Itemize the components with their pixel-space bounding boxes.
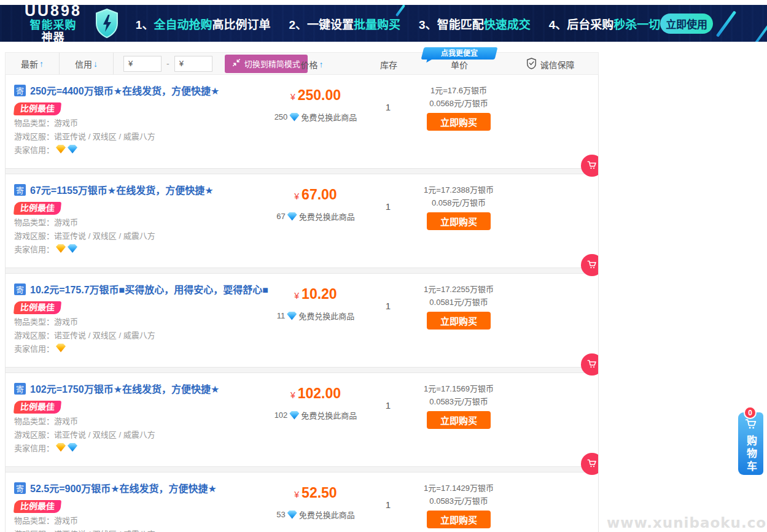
product-info: 寄 102元=1750万银币★在线发货，方便快捷★ 比例最佳 物品类型：游戏币 …	[14, 381, 219, 454]
add-to-cart-button[interactable]	[581, 254, 599, 276]
unit-price-column: 1元=17.1429万银币 0.0583元/万银币 立即购买	[417, 484, 500, 528]
floating-cart-widget[interactable]: 0 购物车	[738, 412, 763, 475]
credit-gem-blue-icon	[68, 145, 77, 153]
page: UU898 智能采购神器 1、全自动抢购高比例订单 2、一键设置批量购买 3、智…	[0, 0, 767, 532]
product-info: 寄 52.5元=900万银币★在线发货，方便快捷★ 比例最佳 物品类型：游戏币 …	[14, 480, 217, 532]
product-card: 寄 250元=4400万银币★在线发货，方便快捷★ 比例最佳 物品类型：游戏币 …	[6, 75, 598, 168]
rate-line-1: 1元=17.1569万银币	[417, 384, 500, 393]
game-server-row: 游戏区服：诺亚传说 / 双线区 / 威震八方	[14, 427, 219, 441]
blue-gem-icon	[287, 312, 297, 320]
buy-now-button[interactable]: 立即购买	[427, 113, 491, 131]
blue-gem-icon	[289, 411, 299, 420]
blue-gem-icon	[289, 113, 299, 121]
seller-credit-row: 卖家信用：	[14, 142, 219, 156]
rate-line-2: 0.0568元/万银币	[417, 99, 500, 108]
game-server-row: 游戏区服：诺亚传说 / 双线区 / 威震八方	[14, 328, 268, 341]
feature-2: 2、一键设置批量购买	[289, 15, 400, 32]
price: ¥102.00	[263, 385, 368, 402]
slash-decoration	[755, 21, 767, 42]
cart-count-badge: 0	[744, 406, 757, 419]
product-card: 寄 102元=1750万银币★在线发货，方便快捷★ 比例最佳 物品类型：游戏币 …	[6, 373, 598, 466]
game-server-row: 游戏区服：诺亚传说 / 双线区 / 威震八方	[14, 228, 214, 242]
redeem-info: 11免费兑换此商品	[263, 310, 368, 322]
row-separator	[6, 466, 598, 472]
column-header-stock: 库存	[364, 53, 413, 75]
unit-price-column: 1元=17.1569万银币 0.0583元/万银币 立即购买	[417, 384, 500, 429]
consign-tag: 寄	[14, 283, 26, 295]
currency-symbol: ¥	[294, 490, 299, 499]
feature-4: 4、后台采购秒杀一切	[549, 15, 661, 32]
price: ¥67.00	[263, 187, 368, 203]
compress-arrows-icon	[232, 58, 241, 69]
range-dash: -	[166, 59, 169, 69]
credit-gem-gold-icon	[56, 145, 66, 153]
price: ¥250.00	[263, 87, 368, 104]
game-server-row: 游戏区服：诺亚传说 / 双线区 / 威震八方	[14, 526, 217, 532]
product-list: 寄 250元=4400万银币★在线发货，方便快捷★ 比例最佳 物品类型：游戏币 …	[5, 75, 599, 532]
stock-value: 1	[370, 301, 407, 311]
shield-lightning-icon	[94, 8, 120, 39]
credit-gem-blue-icon	[68, 443, 77, 452]
price: ¥52.50	[263, 485, 368, 501]
price-column: ¥10.20 11免费兑换此商品	[263, 274, 368, 322]
blue-gem-icon	[287, 511, 297, 519]
product-title-link[interactable]: 10.2元=175.7万银币■买得放心，用得安心，耍得舒心■	[30, 282, 268, 296]
credit-gem-gold-icon	[56, 443, 66, 452]
best-ratio-badge: 比例最佳	[14, 102, 61, 115]
credit-gems	[56, 145, 77, 153]
arrow-up-icon: ↑	[39, 59, 44, 69]
rate-line-2: 0.0581元/万银币	[417, 298, 500, 307]
cart-icon	[586, 358, 598, 371]
seller-credit-row: 卖家信用：	[14, 341, 268, 355]
product-title-link[interactable]: 52.5元=900万银币★在线发货，方便快捷★	[30, 480, 217, 495]
sort-newest[interactable]: 最新↑	[6, 53, 60, 74]
product-card: 寄 67元=1155万银币★在线发货，方便快捷★ 比例最佳 物品类型：游戏币 游…	[6, 174, 598, 268]
product-card: 寄 10.2元=175.7万银币■买得放心，用得安心，耍得舒心■ 比例最佳 物品…	[6, 274, 598, 367]
product-title-link[interactable]: 250元=4400万银币★在线发货，方便快捷★	[30, 83, 219, 98]
sort-credit[interactable]: 信用↓	[60, 53, 114, 74]
product-title-link[interactable]: 102元=1750万银币★在线发货，方便快捷★	[30, 381, 219, 396]
consign-tag: 寄	[14, 85, 26, 96]
buy-now-button[interactable]: 立即购买	[427, 312, 491, 330]
arrow-up-icon: ↑	[319, 60, 324, 69]
credit-gems	[56, 344, 66, 352]
credit-gem-gold-icon	[56, 344, 66, 352]
uu898-logo: UU898 智能采购神器	[25, 5, 82, 42]
product-title-link[interactable]: 67元=1155万银币★在线发货，方便快捷★	[30, 182, 214, 197]
watermark: www.xunibaoku.com	[607, 515, 767, 531]
currency-symbol: ¥	[294, 191, 299, 201]
price-column: ¥102.00 102免费兑换此商品	[263, 373, 368, 421]
add-to-cart-button[interactable]	[581, 453, 599, 475]
buy-now-button[interactable]: 立即购买	[427, 212, 491, 230]
price-column: ¥67.00 67免费兑换此商品	[263, 174, 368, 222]
cart-icon	[586, 259, 598, 272]
credit-gem-gold-icon	[56, 244, 66, 253]
game-server-row: 游戏区服：诺亚传说 / 双线区 / 威震八方	[14, 129, 219, 142]
consign-tag: 寄	[14, 482, 26, 494]
credit-gem-blue-icon	[68, 244, 77, 253]
row-separator	[6, 367, 598, 373]
rate-line-2: 0.0583元/万银币	[417, 496, 500, 506]
use-now-button[interactable]: 立即使用	[660, 13, 713, 34]
buy-now-button[interactable]: 立即购买	[427, 511, 491, 528]
best-ratio-badge: 比例最佳	[14, 202, 61, 215]
price-min-input[interactable]	[123, 56, 162, 72]
buy-now-button[interactable]: 立即购买	[427, 411, 491, 429]
feature-3: 3、智能匹配快速成交	[419, 15, 531, 32]
price-max-input[interactable]	[174, 56, 212, 72]
logo-title: UU898	[25, 5, 82, 20]
rate-line-1: 1元=17.6万银币	[417, 86, 500, 95]
rate-line-2: 0.058元/万银币	[417, 198, 500, 207]
currency-symbol: ¥	[290, 390, 295, 400]
consign-tag: 寄	[14, 383, 26, 395]
add-to-cart-button[interactable]	[581, 353, 599, 376]
row-separator	[6, 268, 598, 274]
add-to-cart-button[interactable]	[581, 155, 599, 177]
redeem-info: 250免费兑换此商品	[263, 111, 368, 123]
column-header-price[interactable]: 价格↑	[284, 53, 340, 75]
cheaper-tip-badge[interactable]: 点我更便宜	[421, 47, 498, 60]
logo-subtitle: 智能采购神器	[25, 20, 82, 42]
integrity-guarantee[interactable]: 诚信保障	[504, 53, 596, 75]
floating-cart-label: 购物车	[746, 435, 756, 474]
stock-value: 1	[370, 102, 407, 112]
